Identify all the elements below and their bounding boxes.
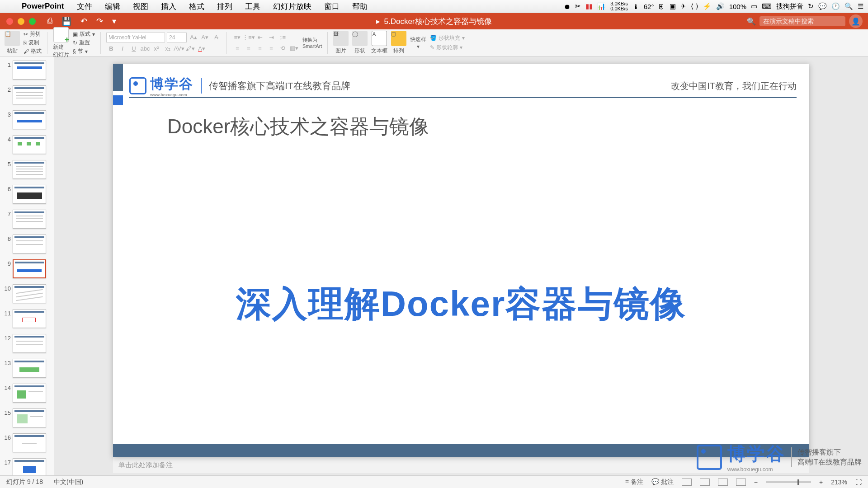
- thumb-9[interactable]: 9: [0, 258, 54, 283]
- hamburger-icon[interactable]: ☰: [858, 2, 863, 10]
- thumb-13[interactable]: 13: [0, 357, 54, 382]
- app-name[interactable]: PowerPoint: [15, 2, 71, 11]
- thumb-17[interactable]: 17: [0, 457, 54, 475]
- slide-subtitle[interactable]: Docker核心技术之容器与镜像: [167, 113, 429, 140]
- ime-label[interactable]: 搜狗拼音: [776, 2, 803, 11]
- menu-insert[interactable]: 插入: [155, 1, 183, 12]
- subscript-button[interactable]: x₂: [163, 44, 173, 53]
- temp-icon[interactable]: 🌡: [632, 3, 639, 10]
- copy-button[interactable]: ⎘ 复制: [24, 39, 42, 47]
- indent-inc-button[interactable]: ⇥: [266, 33, 276, 42]
- superscript-button[interactable]: x²: [151, 44, 161, 53]
- comments-toggle[interactable]: 💬 批注: [651, 478, 674, 486]
- menu-format[interactable]: 格式: [183, 1, 211, 12]
- graph-icon[interactable]: 📊: [597, 2, 606, 10]
- sorter-view-button[interactable]: [700, 479, 710, 486]
- slideshow-button[interactable]: [736, 479, 746, 486]
- notes-toggle[interactable]: ≡ 备注: [625, 478, 643, 486]
- indent-dec-button[interactable]: ⇤: [255, 33, 265, 42]
- text-direction-button[interactable]: ⟲: [278, 44, 288, 53]
- search-icon[interactable]: 🔍: [747, 17, 756, 26]
- current-slide[interactable]: 博学谷www.boxuegu.com 传智播客旗下高端IT在线教育品牌 改变中国…: [113, 64, 809, 457]
- align-justify-button[interactable]: ≡: [266, 44, 276, 53]
- align-center-button[interactable]: ≡: [244, 44, 254, 53]
- battery-icon[interactable]: ▭: [751, 2, 757, 10]
- reading-view-button[interactable]: [718, 479, 728, 486]
- reset-button[interactable]: ↻ 重置: [73, 39, 95, 47]
- menu-tools[interactable]: 工具: [239, 1, 267, 12]
- line-spacing-button[interactable]: ↕≡: [278, 33, 288, 42]
- columns-button[interactable]: ▥▾: [289, 44, 299, 53]
- shape-outline-button[interactable]: ✎ 形状轮廓 ▾: [430, 44, 465, 52]
- thumb-14[interactable]: 14: [0, 382, 54, 407]
- new-slide-button[interactable]: ✚新建 幻灯片: [53, 27, 69, 59]
- pause-icon[interactable]: ▮▮: [585, 2, 593, 10]
- normal-view-button[interactable]: [682, 479, 692, 486]
- shape-fill-button[interactable]: 🪣 形状填充 ▾: [430, 34, 465, 42]
- quickstyle-button[interactable]: 快速样▾: [410, 36, 426, 50]
- clear-fmt-button[interactable]: A̶: [211, 33, 221, 42]
- italic-button[interactable]: I: [118, 44, 127, 53]
- save-icon[interactable]: 💾: [61, 16, 71, 26]
- align-left-button[interactable]: ≡: [232, 44, 242, 53]
- align-right-button[interactable]: ≡: [255, 44, 265, 53]
- menu-arrange[interactable]: 排列: [211, 1, 239, 12]
- thumb-5[interactable]: 5: [0, 159, 54, 183]
- sync-icon[interactable]: ↻: [808, 2, 814, 10]
- strike-button[interactable]: abc: [140, 44, 150, 53]
- menu-view[interactable]: 视图: [127, 1, 155, 12]
- redo-icon[interactable]: ↷: [96, 16, 103, 26]
- slide-title[interactable]: 深入理解Docker容器与镜像: [113, 281, 809, 328]
- qat-more-icon[interactable]: ▾: [112, 16, 116, 26]
- wifi-icon[interactable]: ⚡: [703, 2, 712, 10]
- slide-counter[interactable]: 幻灯片 9 / 18: [6, 478, 43, 486]
- plane-icon[interactable]: ✈: [680, 2, 686, 10]
- paste-button[interactable]: 📋粘贴: [5, 31, 20, 55]
- ime-icon[interactable]: ⌨: [762, 2, 772, 10]
- underline-button[interactable]: U: [129, 44, 139, 53]
- zoom-level[interactable]: 213%: [831, 479, 847, 486]
- thumb-6[interactable]: 6: [0, 183, 54, 208]
- layout-button[interactable]: ▣ 版式 ▾: [73, 30, 95, 38]
- volume-icon[interactable]: 🔊: [716, 2, 725, 10]
- code-icon[interactable]: ⟨ ⟩: [691, 2, 698, 10]
- shield-icon[interactable]: ⛨: [658, 3, 665, 10]
- menu-window[interactable]: 窗口: [318, 1, 346, 12]
- undo-icon[interactable]: ↶: [80, 16, 87, 26]
- scissors-icon[interactable]: ✂: [575, 2, 581, 10]
- numbering-button[interactable]: ⋮≡▾: [244, 33, 254, 42]
- rec-icon[interactable]: ⏺: [564, 3, 571, 10]
- zoom-in-button[interactable]: +: [819, 479, 823, 486]
- menu-file[interactable]: 文件: [71, 1, 99, 12]
- bold-button[interactable]: B: [106, 44, 116, 53]
- fit-button[interactable]: ⛶: [855, 479, 862, 486]
- thumb-1[interactable]: 1: [0, 59, 54, 84]
- textbox-button[interactable]: A文本框: [371, 31, 387, 55]
- smartart-button[interactable]: 转换为 SmartArt: [302, 37, 322, 49]
- menu-edit[interactable]: 编辑: [99, 1, 127, 12]
- language-button[interactable]: 中文(中国): [54, 478, 83, 486]
- thumb-8[interactable]: 8: [0, 233, 54, 258]
- grow-font-button[interactable]: A▴: [189, 33, 198, 42]
- zoom-out-button[interactable]: −: [754, 479, 758, 486]
- thumb-3[interactable]: 3: [0, 109, 54, 134]
- font-family-input[interactable]: [106, 33, 165, 42]
- maximize-button[interactable]: [29, 18, 36, 25]
- autosave-icon[interactable]: ⎙: [47, 16, 52, 26]
- share-button[interactable]: 👤: [849, 14, 863, 28]
- thumb-11[interactable]: 11: [0, 308, 54, 333]
- minimize-button[interactable]: [18, 18, 24, 25]
- shrink-font-button[interactable]: A▾: [200, 33, 210, 42]
- arrange-button[interactable]: ▢排列: [391, 31, 406, 55]
- thumb-15[interactable]: 15: [0, 407, 54, 432]
- chat-icon[interactable]: 💬: [818, 2, 827, 10]
- menu-slideshow[interactable]: 幻灯片放映: [267, 1, 318, 12]
- slide-thumbnail-panel[interactable]: 1 2 3 4 5 6 7 8 9 10 11 12 13 14 15 16 1…: [0, 56, 54, 475]
- zoom-slider[interactable]: [766, 481, 811, 483]
- thumb-7[interactable]: 7: [0, 208, 54, 233]
- menu-help[interactable]: 帮助: [346, 1, 374, 12]
- bullets-button[interactable]: ≡▾: [232, 33, 242, 42]
- dock-icon[interactable]: ▣: [670, 2, 676, 10]
- thumb-16[interactable]: 16: [0, 432, 54, 457]
- picture-button[interactable]: 🖼图片: [333, 31, 349, 55]
